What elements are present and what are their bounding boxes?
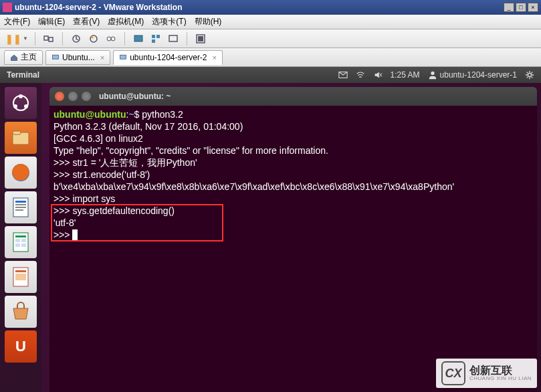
- mail-indicator[interactable]: [338, 70, 348, 80]
- vmware-window-title: ubuntu-1204-server-2 - VMware Workstatio…: [15, 3, 504, 12]
- files-button[interactable]: [5, 122, 37, 154]
- svg-point-22: [24, 104, 28, 108]
- svg-rect-6: [134, 35, 142, 41]
- software-center-button[interactable]: [5, 296, 37, 328]
- svg-rect-39: [15, 270, 26, 272]
- terminal-close-button[interactable]: [55, 92, 64, 101]
- unity-button[interactable]: [149, 32, 163, 45]
- home-icon: [10, 54, 18, 62]
- help-line: Type "help", "copyright", "credits" or "…: [53, 145, 328, 156]
- minimize-button[interactable]: _: [504, 3, 514, 12]
- tab-ubuntu-server-2-label: ubuntu-1204-server-2: [130, 53, 207, 62]
- gear-icon: [525, 70, 534, 80]
- pycmd-encode: str1.encode('utf-8'): [72, 169, 150, 180]
- py-prompt: >>>: [53, 205, 72, 216]
- watermark-cn: 创新互联: [469, 365, 532, 376]
- tab-ubuntu-generic-label: Ubuntu...: [62, 53, 95, 62]
- terminal-window: ubuntu@ubuntu: ~ ubuntu@ubuntu:~$ python…: [49, 87, 537, 392]
- py-prompt: >>>: [53, 229, 72, 240]
- terminal-titlebar[interactable]: ubuntu@ubuntu: ~: [49, 87, 537, 106]
- cmd-python: python3.2: [142, 109, 183, 120]
- watermark-py: CHUANG XIN HU LIAN: [469, 376, 532, 381]
- ubuntu-one-button[interactable]: U: [5, 330, 37, 363]
- menu-tabs[interactable]: 选项卡(T): [152, 16, 186, 27]
- impress-button[interactable]: [5, 261, 37, 293]
- svg-point-21: [19, 94, 23, 98]
- tab-home[interactable]: 主页: [4, 50, 43, 65]
- svg-rect-14: [120, 55, 126, 59]
- clock[interactable]: 1:25 AM: [391, 70, 420, 80]
- library-button[interactable]: [194, 32, 207, 45]
- svg-rect-40: [15, 274, 26, 280]
- svg-rect-12: [198, 36, 203, 41]
- py-output-bytes: b'\xe4\xba\xba\xe7\x94\x9f\xe8\x8b\xa6\x…: [53, 181, 454, 192]
- terminal-maximize-button[interactable]: [82, 92, 91, 101]
- gcc-line: [GCC 4.6.3] on linux2: [53, 133, 143, 144]
- calc-button[interactable]: [5, 226, 37, 258]
- terminal-body[interactable]: ubuntu@ubuntu:~$ python3.2 Python 3.2.3 …: [49, 106, 537, 392]
- svg-point-18: [431, 72, 434, 75]
- writer-button[interactable]: [5, 191, 37, 223]
- ubuntu-top-panel: Terminal 1:25 AM ubuntu-1204-server-1: [0, 67, 541, 83]
- tab-home-label: 主页: [21, 52, 37, 63]
- tab-close-icon[interactable]: ×: [100, 54, 104, 62]
- svg-rect-33: [15, 235, 26, 237]
- snapshot-revert-button[interactable]: [87, 32, 100, 45]
- svg-rect-29: [15, 204, 26, 205]
- wifi-icon: [356, 70, 365, 80]
- menu-help[interactable]: 帮助(H): [195, 16, 222, 27]
- fullscreen-button[interactable]: [132, 32, 145, 45]
- pycmd-str1-assign: str1 = '人生苦短，我用Python': [72, 157, 197, 168]
- watermark: CX 创新互联 CHUANG XIN HU LIAN: [436, 359, 537, 388]
- tab-ubuntu-server-2[interactable]: ubuntu-1204-server-2 ×: [113, 50, 223, 65]
- pause-button[interactable]: ❚❚: [7, 32, 20, 45]
- sound-indicator[interactable]: [373, 70, 383, 80]
- prompt-user: ubuntu@ubuntu: [53, 109, 126, 120]
- svg-point-4: [107, 37, 111, 41]
- monitor-icon: [119, 54, 127, 62]
- vmware-menubar: 文件(F) 编辑(E) 查看(V) 虚拟机(M) 选项卡(T) 帮助(H): [0, 15, 541, 29]
- terminal-minimize-button[interactable]: [68, 92, 78, 101]
- unity-launcher: U: [0, 83, 41, 392]
- terminal-title: ubuntu@ubuntu: ~: [99, 92, 171, 101]
- svg-rect-25: [13, 131, 21, 134]
- prompt-path: ~: [128, 109, 134, 120]
- vmware-icon: [3, 3, 12, 12]
- cursor: [72, 229, 78, 240]
- menu-view[interactable]: 查看(V): [73, 16, 100, 27]
- vmware-toolbar: ❚❚▼: [0, 29, 541, 48]
- py-prompt: >>>: [53, 193, 72, 204]
- send-ctrl-alt-del-button[interactable]: [42, 32, 56, 45]
- console-view-button[interactable]: [167, 32, 180, 45]
- py-prompt: >>>: [53, 169, 72, 180]
- tab-ubuntu-generic[interactable]: Ubuntu... ×: [45, 50, 110, 65]
- maximize-button[interactable]: □: [516, 3, 526, 12]
- menu-file[interactable]: 文件(F): [4, 16, 30, 27]
- user-name: ubuntu-1204-server-1: [440, 70, 517, 80]
- network-indicator[interactable]: [356, 70, 365, 80]
- svg-rect-8: [156, 35, 160, 38]
- speaker-icon: [373, 70, 383, 80]
- tab-close-icon[interactable]: ×: [213, 54, 217, 62]
- ubuntu-desktop: U ubuntu@ubuntu: ~ ubuntu@ubuntu:~$ pyth…: [0, 83, 541, 392]
- menu-edit[interactable]: 编辑(E): [38, 16, 65, 27]
- py-output-utf8: 'utf-8': [53, 217, 76, 228]
- snapshot-button[interactable]: [70, 32, 83, 45]
- monitor-icon: [51, 54, 60, 62]
- system-menu[interactable]: [525, 70, 534, 80]
- close-button[interactable]: ×: [528, 3, 538, 12]
- user-menu[interactable]: ubuntu-1204-server-1: [428, 70, 517, 80]
- svg-rect-0: [44, 36, 48, 40]
- svg-rect-34: [15, 239, 20, 242]
- vmware-tabbar: 主页 Ubuntu... × ubuntu-1204-server-2 ×: [0, 48, 541, 67]
- svg-rect-10: [169, 35, 177, 41]
- firefox-button[interactable]: [5, 157, 37, 189]
- dash-button[interactable]: [5, 87, 37, 119]
- svg-point-19: [528, 73, 531, 76]
- snapshot-manager-button[interactable]: [104, 32, 118, 45]
- dropdown-icon[interactable]: ▼: [23, 35, 28, 41]
- pycmd-import-sys: import sys: [72, 193, 115, 204]
- svg-rect-28: [15, 201, 26, 203]
- menu-vm[interactable]: 虚拟机(M): [108, 16, 144, 27]
- svg-rect-13: [53, 55, 59, 59]
